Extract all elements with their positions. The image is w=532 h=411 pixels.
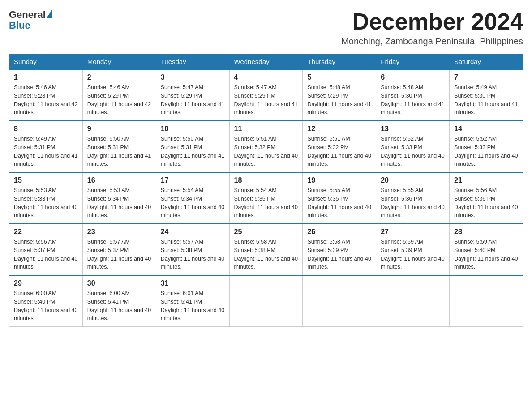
calendar-cell (450, 275, 523, 327)
day-info: Sunrise: 5:55 AMSunset: 5:35 PMDaylight:… (307, 186, 371, 220)
calendar-week-row: 15Sunrise: 5:53 AMSunset: 5:33 PMDayligh… (9, 172, 523, 224)
logo: General Blue (9, 9, 52, 31)
day-info: Sunrise: 6:00 AMSunset: 5:41 PMDaylight:… (87, 289, 151, 323)
day-info: Sunrise: 5:46 AMSunset: 5:28 PMDaylight:… (14, 83, 78, 117)
calendar-cell: 28Sunrise: 5:59 AMSunset: 5:40 PMDayligh… (450, 224, 523, 275)
calendar-cell: 3Sunrise: 5:47 AMSunset: 5:29 PMDaylight… (156, 69, 229, 121)
calendar-cell: 11Sunrise: 5:51 AMSunset: 5:32 PMDayligh… (229, 121, 303, 172)
calendar-cell: 1Sunrise: 5:46 AMSunset: 5:28 PMDaylight… (9, 69, 83, 121)
day-info: Sunrise: 5:59 AMSunset: 5:39 PMDaylight:… (381, 238, 445, 271)
calendar-cell: 21Sunrise: 5:56 AMSunset: 5:36 PMDayligh… (450, 172, 523, 224)
logo-triangle-icon (47, 10, 52, 18)
day-number: 17 (161, 176, 225, 184)
calendar-cell: 12Sunrise: 5:51 AMSunset: 5:32 PMDayligh… (303, 121, 376, 172)
day-info: Sunrise: 5:51 AMSunset: 5:32 PMDaylight:… (307, 135, 371, 168)
day-number: 1 (14, 73, 78, 81)
day-number: 9 (87, 125, 151, 133)
calendar-cell (229, 275, 303, 327)
day-number: 24 (161, 228, 225, 236)
day-number: 16 (87, 176, 151, 184)
calendar-cell: 2Sunrise: 5:46 AMSunset: 5:29 PMDaylight… (82, 69, 156, 121)
day-number: 3 (161, 73, 225, 81)
day-number: 27 (381, 228, 445, 236)
day-number: 7 (454, 73, 518, 81)
weekday-header-monday: Monday (82, 54, 156, 70)
day-info: Sunrise: 6:01 AMSunset: 5:41 PMDaylight:… (161, 289, 225, 323)
day-info: Sunrise: 5:57 AMSunset: 5:37 PMDaylight:… (87, 238, 151, 271)
calendar-cell: 7Sunrise: 5:49 AMSunset: 5:30 PMDaylight… (450, 69, 523, 121)
day-number: 18 (234, 176, 298, 184)
day-info: Sunrise: 5:52 AMSunset: 5:33 PMDaylight:… (381, 135, 445, 168)
day-number: 4 (234, 73, 298, 81)
weekday-header-thursday: Thursday (303, 54, 376, 70)
calendar-week-row: 8Sunrise: 5:49 AMSunset: 5:31 PMDaylight… (9, 121, 523, 172)
day-info: Sunrise: 5:56 AMSunset: 5:36 PMDaylight:… (454, 186, 518, 220)
calendar-cell: 5Sunrise: 5:48 AMSunset: 5:29 PMDaylight… (303, 69, 376, 121)
day-number: 10 (161, 125, 225, 133)
day-info: Sunrise: 6:00 AMSunset: 5:40 PMDaylight:… (14, 289, 78, 323)
day-number: 15 (14, 176, 78, 184)
day-info: Sunrise: 5:59 AMSunset: 5:40 PMDaylight:… (454, 238, 518, 271)
calendar-cell: 24Sunrise: 5:57 AMSunset: 5:38 PMDayligh… (156, 224, 229, 275)
day-number: 8 (14, 125, 78, 133)
weekday-header-sunday: Sunday (9, 54, 83, 70)
calendar-cell: 23Sunrise: 5:57 AMSunset: 5:37 PMDayligh… (82, 224, 156, 275)
day-number: 14 (454, 125, 518, 133)
calendar-table: SundayMondayTuesdayWednesdayThursdayFrid… (9, 54, 523, 327)
day-info: Sunrise: 5:47 AMSunset: 5:29 PMDaylight:… (161, 83, 225, 117)
calendar-cell: 20Sunrise: 5:55 AMSunset: 5:36 PMDayligh… (376, 172, 450, 224)
calendar-cell: 6Sunrise: 5:48 AMSunset: 5:30 PMDaylight… (376, 69, 450, 121)
calendar-week-row: 22Sunrise: 5:56 AMSunset: 5:37 PMDayligh… (9, 224, 523, 275)
location-title: Monching, Zamboanga Peninsula, Philippin… (341, 36, 523, 47)
day-number: 28 (454, 228, 518, 236)
day-number: 12 (307, 125, 371, 133)
title-area: December 2024 Monching, Zamboanga Penins… (341, 9, 523, 47)
calendar-cell: 22Sunrise: 5:56 AMSunset: 5:37 PMDayligh… (9, 224, 83, 275)
day-number: 20 (381, 176, 445, 184)
month-title: December 2024 (341, 9, 523, 34)
day-info: Sunrise: 5:53 AMSunset: 5:34 PMDaylight:… (87, 186, 151, 220)
day-info: Sunrise: 5:48 AMSunset: 5:30 PMDaylight:… (381, 83, 445, 117)
day-info: Sunrise: 5:50 AMSunset: 5:31 PMDaylight:… (87, 135, 151, 168)
day-number: 29 (14, 279, 78, 287)
calendar-cell: 25Sunrise: 5:58 AMSunset: 5:38 PMDayligh… (229, 224, 303, 275)
day-info: Sunrise: 5:55 AMSunset: 5:36 PMDaylight:… (381, 186, 445, 220)
calendar-cell: 29Sunrise: 6:00 AMSunset: 5:40 PMDayligh… (9, 275, 83, 327)
weekday-header-row: SundayMondayTuesdayWednesdayThursdayFrid… (9, 54, 523, 70)
day-number: 11 (234, 125, 298, 133)
day-number: 2 (87, 73, 151, 81)
calendar-week-row: 1Sunrise: 5:46 AMSunset: 5:28 PMDaylight… (9, 69, 523, 121)
calendar-cell: 9Sunrise: 5:50 AMSunset: 5:31 PMDaylight… (82, 121, 156, 172)
calendar-cell: 17Sunrise: 5:54 AMSunset: 5:34 PMDayligh… (156, 172, 229, 224)
calendar-week-row: 29Sunrise: 6:00 AMSunset: 5:40 PMDayligh… (9, 275, 523, 327)
calendar-cell: 14Sunrise: 5:52 AMSunset: 5:33 PMDayligh… (450, 121, 523, 172)
calendar-cell: 10Sunrise: 5:50 AMSunset: 5:31 PMDayligh… (156, 121, 229, 172)
day-number: 13 (381, 125, 445, 133)
day-info: Sunrise: 5:53 AMSunset: 5:33 PMDaylight:… (14, 186, 78, 220)
weekday-header-tuesday: Tuesday (156, 54, 229, 70)
day-number: 25 (234, 228, 298, 236)
calendar-cell: 13Sunrise: 5:52 AMSunset: 5:33 PMDayligh… (376, 121, 450, 172)
calendar-cell: 31Sunrise: 6:01 AMSunset: 5:41 PMDayligh… (156, 275, 229, 327)
day-info: Sunrise: 5:49 AMSunset: 5:30 PMDaylight:… (454, 83, 518, 117)
logo-text-blue: Blue (9, 20, 30, 31)
day-info: Sunrise: 5:57 AMSunset: 5:38 PMDaylight:… (161, 238, 225, 271)
weekday-header-wednesday: Wednesday (229, 54, 303, 70)
calendar-cell: 4Sunrise: 5:47 AMSunset: 5:29 PMDaylight… (229, 69, 303, 121)
calendar-cell: 26Sunrise: 5:58 AMSunset: 5:39 PMDayligh… (303, 224, 376, 275)
day-number: 19 (307, 176, 371, 184)
calendar-cell (376, 275, 450, 327)
day-number: 23 (87, 228, 151, 236)
day-info: Sunrise: 5:56 AMSunset: 5:37 PMDaylight:… (14, 238, 78, 271)
weekday-header-friday: Friday (376, 54, 450, 70)
day-number: 5 (307, 73, 371, 81)
day-number: 30 (87, 279, 151, 287)
day-info: Sunrise: 5:47 AMSunset: 5:29 PMDaylight:… (234, 83, 298, 117)
calendar-cell: 8Sunrise: 5:49 AMSunset: 5:31 PMDaylight… (9, 121, 83, 172)
calendar-cell (303, 275, 376, 327)
day-number: 26 (307, 228, 371, 236)
day-info: Sunrise: 5:48 AMSunset: 5:29 PMDaylight:… (307, 83, 371, 117)
day-info: Sunrise: 5:51 AMSunset: 5:32 PMDaylight:… (234, 135, 298, 168)
day-info: Sunrise: 5:49 AMSunset: 5:31 PMDaylight:… (14, 135, 78, 168)
day-info: Sunrise: 5:46 AMSunset: 5:29 PMDaylight:… (87, 83, 151, 117)
